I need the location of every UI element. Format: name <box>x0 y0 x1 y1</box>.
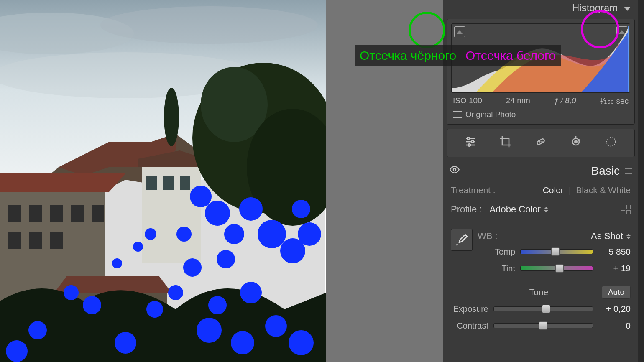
exposure-slider[interactable] <box>493 306 593 311</box>
panel-menu-icon[interactable] <box>625 168 632 174</box>
svg-point-51 <box>145 228 156 240</box>
wb-value: As Shot <box>591 231 623 242</box>
svg-point-38 <box>146 301 163 318</box>
svg-point-2 <box>100 6 318 44</box>
tint-label: Tint <box>478 264 515 273</box>
treatment-color[interactable]: Color <box>543 185 564 195</box>
svg-point-42 <box>6 340 28 362</box>
rectangle-icon <box>453 111 462 118</box>
divider <box>448 222 633 222</box>
svg-point-69 <box>453 168 456 171</box>
slider-knob[interactable] <box>555 264 564 273</box>
image-canvas[interactable] <box>0 0 326 362</box>
auto-button[interactable]: Auto <box>602 286 631 299</box>
svg-point-46 <box>265 315 287 337</box>
tone-label: Tone <box>476 287 602 297</box>
histogram-panel-header[interactable]: Histogram <box>443 0 638 16</box>
treatment-row: Treatment : Color | Black & White <box>451 181 631 199</box>
temp-slider-row: Temp 5 850 <box>478 243 631 260</box>
svg-rect-18 <box>29 232 42 249</box>
updown-arrows-icon <box>544 207 548 212</box>
photo-preview <box>0 0 326 362</box>
treatment-label: Treatment : <box>451 185 496 195</box>
svg-line-63 <box>541 141 542 143</box>
exposure-slider-row: Exposure + 0,20 <box>451 301 631 317</box>
svg-point-35 <box>217 250 235 268</box>
tint-slider-row: Tint + 19 <box>478 260 631 277</box>
masking-tool[interactable] <box>604 135 618 151</box>
edit-sliders-tool[interactable] <box>464 135 477 151</box>
svg-point-50 <box>176 227 192 242</box>
contrast-label: Contrast <box>451 321 488 331</box>
contrast-slider[interactable] <box>493 323 593 328</box>
svg-point-47 <box>289 330 314 355</box>
original-photo-label: Original Photo <box>465 110 516 119</box>
svg-rect-9 <box>180 176 190 190</box>
profile-browser-icon[interactable] <box>621 205 631 214</box>
panel-scrollbar[interactable] <box>638 0 644 362</box>
meta-iso: ISO 100 <box>453 96 482 106</box>
tone-header: Tone Auto <box>443 283 638 301</box>
exposure-value[interactable]: + 0,20 <box>598 304 631 314</box>
exposure-label: Exposure <box>451 304 488 314</box>
crop-tool[interactable] <box>499 135 512 151</box>
slider-knob[interactable] <box>551 247 560 256</box>
temp-slider[interactable] <box>520 249 593 254</box>
wb-dropper-tool[interactable] <box>451 229 473 251</box>
svg-rect-13 <box>29 205 42 222</box>
tint-slider[interactable] <box>520 266 593 271</box>
svg-point-58 <box>467 137 469 139</box>
slider-knob[interactable] <box>542 305 550 313</box>
svg-point-48 <box>240 282 262 303</box>
svg-point-52 <box>133 242 143 252</box>
eye-icon[interactable] <box>449 164 460 178</box>
exif-meta-row: ISO 100 24 mm ƒ / 8,0 ¹⁄₁₆₀ sec <box>451 93 630 107</box>
contrast-slider-row: Contrast 0 <box>451 317 631 334</box>
svg-point-33 <box>298 222 321 246</box>
tool-strip <box>447 129 635 157</box>
tint-value[interactable]: + 19 <box>598 263 631 273</box>
svg-point-53 <box>112 258 122 268</box>
redeye-tool[interactable] <box>569 135 583 151</box>
svg-point-31 <box>258 220 286 248</box>
svg-rect-14 <box>50 205 63 222</box>
annotation-circle-green <box>409 12 445 48</box>
svg-line-67 <box>579 140 580 140</box>
svg-point-34 <box>292 200 310 218</box>
svg-point-68 <box>606 137 615 146</box>
wb-label: WB : <box>478 231 498 242</box>
svg-point-45 <box>231 331 254 354</box>
svg-rect-16 <box>92 205 104 222</box>
slider-knob[interactable] <box>539 321 547 330</box>
svg-point-27 <box>190 186 212 207</box>
svg-rect-19 <box>50 232 63 249</box>
meta-aperture: ƒ / 8,0 <box>554 96 576 106</box>
svg-rect-7 <box>146 176 157 190</box>
temp-value[interactable]: 5 850 <box>598 247 631 257</box>
svg-point-29 <box>224 224 244 244</box>
original-photo-row[interactable]: Original Photo <box>451 107 630 121</box>
svg-point-30 <box>239 197 263 221</box>
svg-point-28 <box>205 201 230 226</box>
profile-value: Adobe Color <box>490 204 541 215</box>
svg-point-39 <box>64 285 79 300</box>
annotation-white-clip-label: Отсечка белого <box>465 48 556 63</box>
profile-label: Profile : <box>451 204 482 215</box>
treatment-bw[interactable]: Black & White <box>576 185 631 195</box>
wb-dropdown[interactable]: As Shot <box>591 231 631 242</box>
profile-row: Profile : Adobe Color <box>451 199 631 219</box>
divider <box>448 280 633 280</box>
meta-shutter: ¹⁄₁₆₀ sec <box>600 96 629 106</box>
basic-panel-header[interactable]: Basic <box>443 161 638 181</box>
histogram-box: ISO 100 24 mm ƒ / 8,0 ¹⁄₁₆₀ sec Original… <box>447 19 635 125</box>
svg-rect-17 <box>8 232 21 249</box>
svg-point-49 <box>208 296 227 314</box>
svg-marker-20 <box>0 173 125 192</box>
profile-dropdown[interactable]: Adobe Color <box>490 204 548 215</box>
contrast-value[interactable]: 0 <box>598 321 631 331</box>
histogram-title: Histogram <box>572 2 618 13</box>
healing-tool[interactable] <box>534 135 547 151</box>
svg-point-26 <box>164 88 179 146</box>
svg-rect-12 <box>8 205 21 222</box>
svg-rect-15 <box>71 205 84 222</box>
